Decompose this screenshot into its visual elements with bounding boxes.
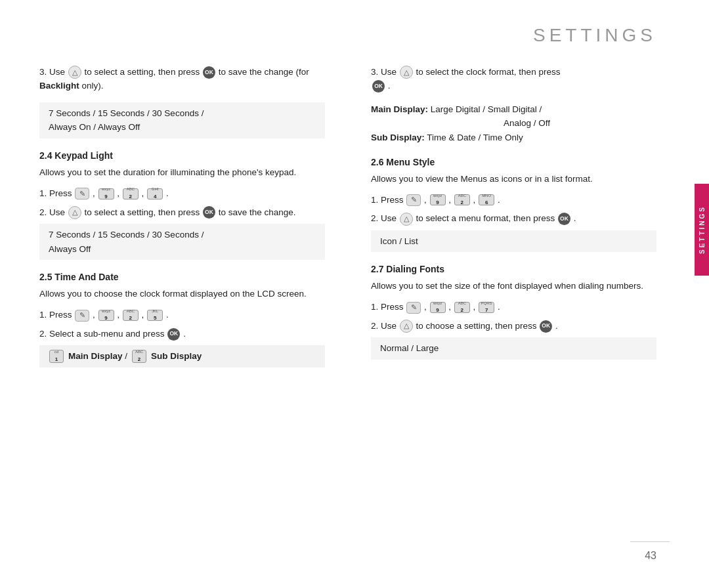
s27-comma3: , [473, 302, 479, 312]
content-area: 3. Use △ to select a setting, then press… [0, 59, 709, 375]
section-25-desc: Allows you to choose the clock format di… [39, 287, 325, 301]
section-27-step1: 1. Press ✎ , wxyz9 , ABC2 , PQRS7 . [371, 300, 656, 314]
s24-comma3: , [142, 188, 147, 198]
pencil-key-27: ✎ [406, 302, 421, 314]
section-27-step2: 2. Use △ to choose a setting, then press… [371, 319, 656, 333]
key-9wxyz-25: wxyz9 [98, 310, 114, 321]
step3-middle: to select a setting, then press [85, 67, 202, 77]
r-step3-dot: . [388, 81, 391, 91]
section-27-title: 2.7 Dialing Fonts [371, 264, 656, 274]
s24-step1-prefix: 1. Press [39, 188, 74, 198]
main-display-values: Large Digital / Small Digital / [431, 104, 542, 114]
key-2abc-24: ABC2 [123, 188, 139, 200]
key-4ghi-24: GHI4 [147, 188, 163, 200]
s25-dot: . [166, 310, 169, 320]
main-display-bold: Main Display: [371, 104, 428, 114]
s24-dot: . [166, 188, 169, 198]
options-box-26: Icon / List [371, 230, 656, 253]
key-6mno-26: MNO6 [479, 194, 494, 205]
s26-step2-prefix: 2. Use [371, 213, 399, 223]
s26-step1-prefix: 1. Press [371, 195, 406, 205]
sub-display-label: Sub Display [151, 349, 202, 364]
section-24-step1: 1. Press ✎ , wxyz9 , ABC2 , GHI4 . [39, 186, 325, 201]
section-24-title: 2.4 Keypad Light [39, 150, 325, 161]
submenu-display-box: cd1 Main Display / ABC2 Sub Display [39, 345, 325, 368]
side-tab-label: SETTINGS [698, 205, 706, 254]
pencil-key-24: ✎ [75, 188, 89, 200]
key-7pqrs-27: PQRS7 [479, 302, 494, 313]
section-26-step2: 2. Use △ to select a menu format, then p… [371, 211, 656, 226]
ok-key-26: OK [558, 213, 570, 225]
ok-key-24: OK [203, 206, 215, 219]
step3-prefix: 3. Use [39, 67, 68, 77]
s24-comma2: , [117, 188, 122, 198]
s25-step1-prefix: 1. Press [39, 310, 74, 320]
options-2-line2: Always Off [49, 244, 91, 254]
options-1-line1: 7 Seconds / 15 Seconds / 30 Seconds / [49, 108, 204, 118]
page-rule [630, 541, 670, 542]
r-step3-middle: to select the clock format, then press [416, 67, 561, 77]
s26-dot: . [498, 195, 500, 205]
clock-options: Main Display: Large Digital / Small Digi… [371, 102, 656, 145]
s24-step2-prefix: 2. Use [39, 207, 68, 217]
main-display-option: Main Display: Large Digital / Small Digi… [371, 102, 656, 117]
nav-key-r1: △ [400, 66, 413, 79]
s26-comma2: , [448, 195, 454, 205]
sub-display-bold: Sub Display: [371, 133, 425, 142]
s25-comma3: , [142, 310, 147, 320]
options-2-line1: 7 Seconds / 15 Seconds / 30 Seconds / [49, 230, 204, 240]
section-26-step1: 1. Press ✎ , wxyz9 , ABC2 , MNO6 . [371, 193, 656, 207]
section-25-title: 2.5 Time And Date [39, 272, 325, 282]
s27-step2-dot: . [555, 321, 558, 331]
s26-step2-dot: . [574, 213, 576, 223]
section-24-desc: Allows you to set the duration for illum… [39, 166, 325, 180]
section-25-step2: 2. Select a sub-menu and press OK . [39, 327, 325, 341]
sub-display-values: Time & Date / Time Only [427, 133, 523, 142]
backlight-bold: Backlight [39, 81, 79, 91]
page-title: SETTINGS [0, 0, 709, 59]
section-26-title: 2.6 Menu Style [371, 157, 656, 167]
options-box-2: 7 Seconds / 15 Seconds / 30 Seconds / Al… [39, 224, 325, 260]
main-display-analog: Analog / Off [397, 116, 656, 131]
s27-dot: . [498, 302, 500, 312]
key-9wxyz-26: wxyz9 [430, 194, 446, 205]
s24-comma1: , [93, 188, 98, 198]
r-step3-prefix: 3. Use [371, 67, 399, 77]
ok-key-1: OK [203, 66, 215, 79]
options-27: Normal / Large [380, 343, 439, 353]
right-intro-step3: 3. Use △ to select the clock format, the… [371, 66, 656, 93]
section-27-desc: Allows you to set the size of the font d… [371, 280, 656, 293]
key-9wxyz-24: wxyz9 [98, 188, 114, 200]
key-2abc-25: ABC2 [123, 310, 139, 321]
nav-key-24: △ [68, 206, 81, 219]
pencil-key-26: ✎ [406, 194, 421, 206]
nav-key-27: △ [400, 320, 413, 333]
options-box-27: Normal / Large [371, 337, 656, 360]
s27-step2-prefix: 2. Use [371, 321, 399, 331]
ok-key-25: OK [167, 328, 180, 341]
ok-key-27: OK [540, 320, 552, 333]
s26-comma3: , [473, 195, 479, 205]
right-column: 3. Use △ to select the clock format, the… [364, 66, 656, 375]
key-1cd-submenu: cd1 [49, 350, 64, 363]
options-1-line2: Always On / Always Off [49, 122, 140, 132]
s27-comma2: , [448, 302, 454, 312]
left-column: 3. Use △ to select a setting, then press… [39, 66, 338, 375]
s24-step2-middle: to select a setting, then press [85, 207, 202, 217]
s26-step2-middle: to select a menu format, then press [416, 213, 557, 223]
nav-key-1: △ [68, 66, 81, 79]
s25-comma2: , [117, 310, 122, 320]
options-box-1: 7 Seconds / 15 Seconds / 30 Seconds / Al… [39, 102, 325, 138]
left-intro-step3: 3. Use △ to select a setting, then press… [39, 66, 325, 93]
s26-comma1: , [424, 195, 429, 205]
key-5jkl-25: JKL5 [147, 310, 163, 321]
key-2abc-27: ABC2 [454, 302, 470, 313]
key-9wxyz-27: wxyz9 [430, 302, 446, 313]
main-display-label: Main Display / [68, 349, 127, 364]
s24-step2-end: to save the change. [219, 207, 296, 217]
s25-comma1: , [93, 310, 98, 320]
key-2abc-submenu: ABC2 [132, 350, 146, 363]
ok-key-r1: OK [372, 80, 385, 93]
s27-comma1: , [424, 302, 429, 312]
section-24-step2: 2. Use △ to select a setting, then press… [39, 205, 325, 220]
